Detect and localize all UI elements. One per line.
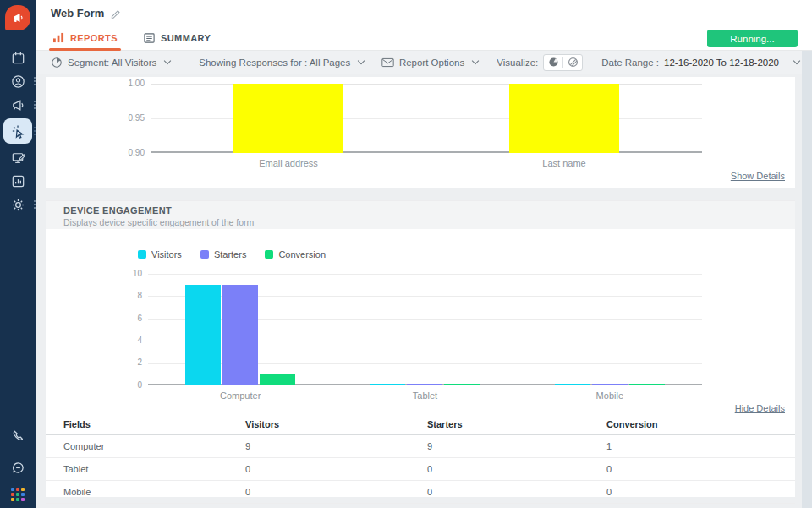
bar-tablet-conversion[interactable] xyxy=(444,384,480,385)
legend-label: Visitors xyxy=(151,249,182,259)
running-status-button[interactable]: Running... xyxy=(707,30,798,47)
sidebar-bottom xyxy=(3,423,32,501)
cell-conversion: 0 xyxy=(606,458,795,481)
gear-icon xyxy=(10,197,26,213)
y-axis-tick: 8 xyxy=(108,291,142,300)
showing-responses-label: Showing Responses for : All Pages xyxy=(199,57,350,68)
phone-icon xyxy=(10,428,26,444)
calendar-icon xyxy=(10,50,26,66)
bar-chart-icon xyxy=(10,173,26,189)
tab-reports-label: REPORTS xyxy=(70,33,118,43)
bar-mobile-conversion[interactable] xyxy=(629,384,665,385)
legend-item-starters[interactable]: Starters xyxy=(200,249,247,259)
segment-label: Segment: All Visitors xyxy=(68,57,156,68)
tab-bar: REPORTS SUMMARY Running... xyxy=(36,25,812,51)
cell-starters: 0 xyxy=(427,481,606,504)
cell-field: Computer xyxy=(46,435,245,458)
vertical-scrollbar[interactable] xyxy=(802,51,812,508)
starters-swatch-icon xyxy=(200,250,209,259)
conversion-swatch-icon xyxy=(265,250,273,259)
x-axis-label: Tablet xyxy=(332,391,517,401)
cell-visitors: 0 xyxy=(245,481,427,504)
app-logo[interactable] xyxy=(5,5,30,30)
cursor-click-icon xyxy=(10,123,26,139)
device-section-header: DEVICE ENGAGEMENT Displays device specif… xyxy=(46,200,795,229)
sidebar-item-contacts[interactable] xyxy=(3,69,32,93)
bar-email-address[interactable] xyxy=(233,84,343,153)
group-computer xyxy=(148,274,332,385)
chart-legend: Visitors Starters Conversion xyxy=(138,249,326,259)
group-tablet xyxy=(332,274,517,385)
x-axis-label: Email address xyxy=(151,158,426,168)
segment-selector[interactable]: Segment: All Visitors xyxy=(51,57,170,68)
y-axis-tick: 4 xyxy=(108,336,142,345)
segment-pie-icon xyxy=(51,57,63,68)
table-header-row: Fields Visitors Starters Conversion xyxy=(46,415,795,435)
sidebar-item-content-editor[interactable] xyxy=(3,145,32,169)
visualize-control: Visualize: xyxy=(497,54,583,71)
field-chart-panel: 1.00 0.95 0.90 Email address Last name xyxy=(46,77,795,188)
col-header-starters: Starters xyxy=(427,415,606,435)
col-header-conversion: Conversion xyxy=(606,415,795,435)
bar-last-name[interactable] xyxy=(509,84,619,153)
visualize-filled-chart-icon[interactable] xyxy=(544,57,562,68)
hide-details-link[interactable]: Hide Details xyxy=(735,403,785,413)
legend-item-conversion[interactable]: Conversion xyxy=(265,249,326,259)
legend-item-visitors[interactable]: Visitors xyxy=(138,249,182,259)
bar-computer-conversion[interactable] xyxy=(260,374,295,385)
sidebar-item-chat[interactable] xyxy=(3,456,32,479)
device-engagement-panel: DEVICE ENGAGEMENT Displays device specif… xyxy=(46,200,795,497)
table-row-tablet: Tablet 0 0 0 xyxy=(46,458,795,481)
device-section-title: DEVICE ENGAGEMENT xyxy=(63,205,795,216)
chat-bubble-icon xyxy=(10,460,26,476)
megaphone-logo-icon xyxy=(11,11,25,25)
visualize-label: Visualize: xyxy=(497,57,538,68)
sidebar-item-web-form-active[interactable] xyxy=(3,118,32,144)
sidebar-item-campaigns[interactable] xyxy=(3,93,32,117)
y-axis-tick: 1.00 xyxy=(111,79,145,88)
col-header-visitors: Visitors xyxy=(245,415,427,435)
edit-title-pencil-icon[interactable] xyxy=(110,8,121,19)
summary-tab-icon xyxy=(143,32,156,44)
segment-chevron-down-icon xyxy=(164,57,171,64)
table-row-computer: Computer 9 9 1 xyxy=(46,435,795,458)
y-axis-tick: 2 xyxy=(108,358,142,367)
bar-mobile-visitors[interactable] xyxy=(555,384,590,385)
bar-computer-starters[interactable] xyxy=(222,285,258,385)
cell-visitors: 9 xyxy=(245,435,427,458)
apps-launcher-icon[interactable] xyxy=(11,488,25,501)
table-row-mobile: Mobile 0 0 0 xyxy=(46,481,795,504)
bar-tablet-starters[interactable] xyxy=(407,384,442,385)
contacts-icon xyxy=(10,74,26,90)
y-axis-tick: 10 xyxy=(108,269,142,278)
bar-tablet-visitors[interactable] xyxy=(370,384,405,385)
show-details-link[interactable]: Show Details xyxy=(731,171,785,181)
showing-responses-selector[interactable]: Showing Responses for : All Pages xyxy=(199,57,364,68)
envelope-icon xyxy=(381,57,394,68)
showing-responses-chevron-down-icon xyxy=(358,57,365,64)
app-sidebar xyxy=(0,0,36,508)
cell-field: Tablet xyxy=(46,458,245,481)
tab-summary-label: SUMMARY xyxy=(161,33,211,43)
cell-visitors: 0 xyxy=(245,458,427,481)
sidebar-item-phone[interactable] xyxy=(3,423,32,447)
cell-conversion: 0 xyxy=(606,481,795,504)
report-options-menu[interactable]: Report Options xyxy=(381,57,478,68)
bar-computer-visitors[interactable] xyxy=(185,285,221,385)
device-chart-region: Visitors Starters Conversion 10 8 6 xyxy=(46,229,795,415)
sidebar-item-calendar[interactable] xyxy=(3,46,32,69)
cell-conversion: 1 xyxy=(606,435,795,458)
visualize-toggle xyxy=(543,54,583,71)
visualize-hatched-chart-icon[interactable] xyxy=(563,57,582,68)
y-axis-tick: 0.95 xyxy=(111,113,145,123)
sidebar-item-reports[interactable] xyxy=(3,169,32,193)
top-header: Web Form xyxy=(36,0,812,25)
date-range-selector[interactable]: Date Range : 12-16-2020 To 12-18-2020 xyxy=(601,57,799,68)
date-range-chevron-down-icon xyxy=(793,57,800,64)
cell-starters: 9 xyxy=(427,435,606,458)
tab-summary[interactable]: SUMMARY xyxy=(141,25,212,50)
tab-reports[interactable]: REPORTS xyxy=(51,25,119,50)
sidebar-item-settings[interactable] xyxy=(3,193,32,216)
bar-mobile-starters[interactable] xyxy=(592,384,628,385)
report-scroll-area: 1.00 0.95 0.90 Email address Last name xyxy=(36,75,802,508)
